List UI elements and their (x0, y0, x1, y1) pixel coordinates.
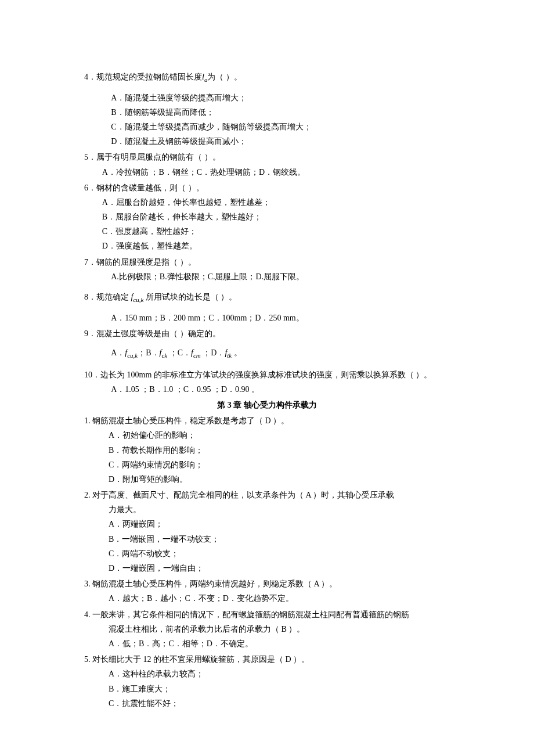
q9-a: A． (111, 348, 125, 357)
c3q3-stem: 3. 钢筋混凝土轴心受压构件，两端约束情况越好，则稳定系数（ A ）。 (84, 577, 450, 591)
question-5: 5．属于有明显屈服点的钢筋有（ ）。 A．冷拉钢筋 ；B．钢丝；C．热处理钢筋；… (84, 150, 450, 179)
c3q1-opt-a: A．初始偏心距的影响； (84, 428, 450, 442)
c3q2-opt-a: A．两端嵌固； (84, 517, 450, 531)
chapter-3-title: 第 3 章 轴心受力构件承载力 (84, 398, 450, 412)
c3q5-opt-a: A．这种柱的承载力较高； (84, 667, 450, 681)
c3q4-opts: A．低；B．高；C．相等；D．不确定。 (84, 636, 450, 651)
q4-opt-c: C．随混凝土等级提高而减少，随钢筋等级提高而增大； (84, 120, 450, 134)
c3-question-3: 3. 钢筋混凝土轴心受压构件，两端约束情况越好，则稳定系数（ A ）。 A．越大… (84, 577, 450, 606)
q9-sep1: ；B． (138, 348, 159, 357)
q10-opts: A．1.05 ；B．1.0 ；C．0.95 ；D．0.90 。 (84, 382, 450, 397)
q6-opt-a: A．屈服台阶越短，伸长率也越短，塑性越差； (84, 195, 450, 210)
q8-subvar: cu,k (133, 296, 143, 303)
c3q1-stem: 1. 钢筋混凝土轴心受压构件，稳定系数是考虑了（ D ）。 (84, 413, 450, 428)
c3q1-opt-b: B．荷载长期作用的影响； (84, 443, 450, 458)
q6-opt-c: C．强度越高，塑性越好； (84, 224, 450, 239)
q9-opts: A．fcu,k；B．fck ；C．fcm ；D．ftk 。 (84, 345, 450, 362)
q4-text-a: 4．规范规定的受拉钢筋锚固长度 (84, 73, 202, 81)
q4-opt-b: B．随钢筋等级提高而降低； (84, 105, 450, 120)
q8-text-a: 8．规范确定 (84, 293, 129, 301)
q9-sep3: ；D． (201, 348, 225, 357)
c3-question-1: 1. 钢筋混凝土轴心受压构件，稳定系数是考虑了（ D ）。 A．初始偏心距的影响… (84, 413, 450, 487)
q6-opt-b: B．屈服台阶越长，伸长率越大，塑性越好； (84, 210, 450, 224)
q8-text-b: 所用试块的边长是（ ）。 (146, 293, 237, 301)
c3q2-stem2: 力最大。 (84, 502, 450, 517)
c3q5-stem: 5. 对长细比大于 12 的柱不宜采用螺旋箍筋，其原因是（ D ）。 (84, 652, 450, 667)
q6-stem: 6．钢材的含碳量越低，则（ ）。 (84, 181, 450, 195)
question-8: 8．规范确定 fcu,k 所用试块的边长是（ ）。 A．150 mm；B．200… (84, 285, 450, 325)
q9-s1: cu,k (127, 352, 138, 359)
question-10: 10．边长为 100mm 的非标准立方体试块的强度换算成标准试块的强度，则需乘以… (84, 368, 450, 397)
c3q2-opt-c: C．两端不动铰支； (84, 546, 450, 561)
question-7: 7．钢筋的屈服强度是指（ ）。 A.比例极限；B.弹性极限；C.屈服上限；D.屈… (84, 255, 450, 284)
c3q1-opt-c: C．两端约束情况的影响； (84, 458, 450, 472)
q5-stem: 5．属于有明显屈服点的钢筋有（ ）。 (84, 150, 450, 164)
q9-sep4: 。 (232, 348, 242, 357)
document-page: 4．规范规定的受拉钢筋锚固长度la为（ ）。 A．随混凝土强度等级的提高而增大；… (0, 0, 534, 756)
c3q2-opt-b: B．一端嵌固，一端不动铰支； (84, 532, 450, 546)
q4-opt-a: A．随混凝土强度等级的提高而增大； (84, 91, 450, 105)
c3q3-opts: A．越大；B．越小；C．不变；D．变化趋势不定。 (84, 591, 450, 606)
q9-sep2: ；C． (167, 348, 191, 357)
c3-question-2: 2. 对于高度、截面尺寸、配筋完全相同的柱，以支承条件为（ A ）时，其轴心受压… (84, 488, 450, 575)
question-6: 6．钢材的含碳量越低，则（ ）。 A．屈服台阶越短，伸长率也越短，塑性越差； B… (84, 181, 450, 254)
c3-question-4: 4. 一般来讲，其它条件相同的情况下，配有螺旋箍筋的钢筋混凝土柱同配有普通箍筋的… (84, 607, 450, 651)
c3q4-stem: 4. 一般来讲，其它条件相同的情况下，配有螺旋箍筋的钢筋混凝土柱同配有普通箍筋的… (84, 607, 450, 622)
q5-opts: A．冷拉钢筋 ；B．钢丝；C．热处理钢筋；D．钢绞线。 (84, 165, 450, 179)
q8-opts: A．150 mm；B．200 mm；C．100mm；D．250 mm。 (84, 311, 450, 325)
q9-s2: ck (161, 352, 167, 359)
c3-question-5: 5. 对长细比大于 12 的柱不宜采用螺旋箍筋，其原因是（ D ）。 A．这种柱… (84, 652, 450, 711)
question-9: 9．混凝土强度等级是由（ ）确定的。 A．fcu,k；B．fck ；C．fcm … (84, 326, 450, 366)
q9-stem: 9．混凝土强度等级是由（ ）确定的。 (84, 326, 450, 341)
c3q5-opt-c: C．抗震性能不好； (84, 696, 450, 711)
q9-s3: cm (193, 352, 201, 359)
c3q4-stem2: 混凝土柱相比，前者的承载力比后者的承载力（ B ）。 (84, 622, 450, 636)
q10-stem: 10．边长为 100mm 的非标准立方体试块的强度换算成标准试块的强度，则需乘以… (84, 368, 450, 382)
c3q2-opt-d: D．一端嵌固，一端自由； (84, 561, 450, 575)
question-4: 4．规范规定的受拉钢筋锚固长度la为（ ）。 A．随混凝土强度等级的提高而增大；… (84, 70, 450, 149)
q6-opt-d: D．强度越低，塑性越差。 (84, 239, 450, 253)
q7-opts: A.比例极限；B.弹性极限；C.屈服上限；D.屈服下限。 (84, 269, 450, 284)
q4-text-b: 为（ ）。 (207, 73, 242, 81)
q4-stem: 4．规范规定的受拉钢筋锚固长度la为（ ）。 (84, 70, 450, 86)
c3q2-stem: 2. 对于高度、截面尺寸、配筋完全相同的柱，以支承条件为（ A ）时，其轴心受压… (84, 488, 450, 502)
c3q1-opt-d: D．附加弯矩的影响。 (84, 472, 450, 487)
q4-opt-d: D．随混凝土及钢筋等级提高而减小； (84, 134, 450, 149)
q7-stem: 7．钢筋的屈服强度是指（ ）。 (84, 255, 450, 269)
c3q5-opt-b: B．施工难度大； (84, 682, 450, 696)
q8-stem: 8．规范确定 fcu,k 所用试块的边长是（ ）。 (84, 290, 450, 306)
